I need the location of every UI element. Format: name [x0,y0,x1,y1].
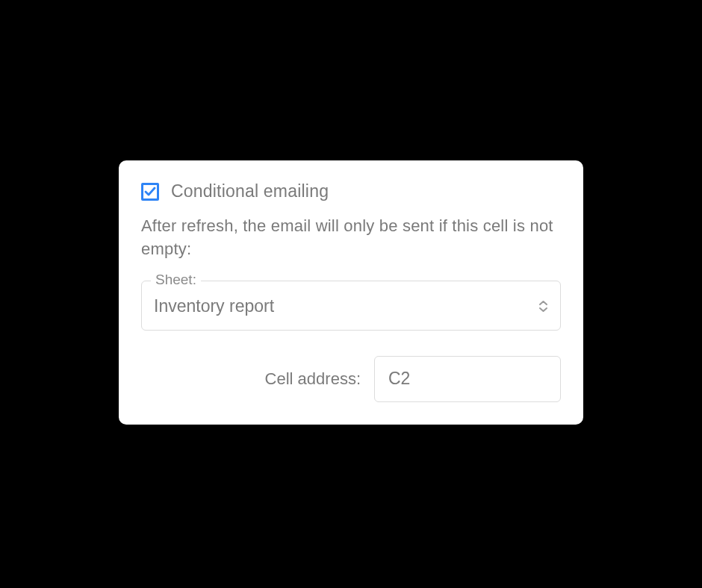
checkbox-label: Conditional emailing [171,181,329,201]
sheet-select-legend: Sheet: [151,272,201,288]
chevron-down-icon [538,307,548,313]
sheet-select[interactable]: Sheet: Inventory report [141,281,561,331]
conditional-emailing-panel: Conditional emailing After refresh, the … [119,160,583,425]
cell-address-input[interactable] [374,356,561,402]
sheet-select-value: Inventory report [154,296,274,316]
header-row: Conditional emailing [141,181,561,201]
sheet-select-inner: Inventory report [142,281,560,330]
select-stepper-icon [538,300,548,313]
conditional-emailing-checkbox[interactable] [141,183,159,201]
chevron-up-icon [538,300,548,306]
checkmark-icon [143,185,157,198]
cell-address-label: Cell address: [265,369,361,389]
description-text: After refresh, the email will only be se… [141,215,561,261]
cell-address-row: Cell address: [141,356,561,402]
